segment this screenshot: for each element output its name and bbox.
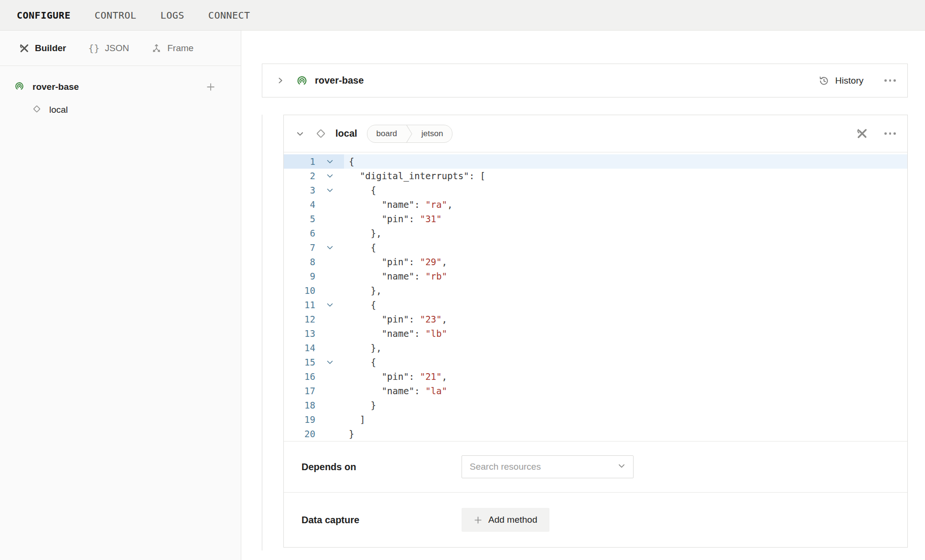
code-line-9[interactable]: 9 "name": "rb" <box>284 269 907 283</box>
fold-spacer <box>315 427 344 441</box>
code-line-17[interactable]: 17 "name": "la" <box>284 384 907 398</box>
data-capture-label: Data capture <box>301 515 462 526</box>
add-method-button[interactable]: Add method <box>462 508 549 532</box>
code-line-7[interactable]: 7 { <box>284 240 907 255</box>
code-text: { <box>344 183 907 197</box>
machine-card: rover-base History <box>262 64 908 97</box>
code-line-6[interactable]: 6 }, <box>284 226 907 240</box>
fold-toggle-icon[interactable] <box>315 240 344 255</box>
code-line-2[interactable]: 2 "digital_interrupts": [ <box>284 169 907 183</box>
fold-spacer <box>315 283 344 298</box>
line-number: 4 <box>284 197 315 212</box>
code-text: ] <box>344 412 907 427</box>
fold-spacer <box>315 269 344 283</box>
code-line-10[interactable]: 10 }, <box>284 283 907 298</box>
line-number: 12 <box>284 312 315 326</box>
resource-tree: rover-base local <box>0 66 241 118</box>
fold-spacer <box>315 398 344 412</box>
resource-group: local boardjetson 1{2 "digital_interrupt… <box>262 115 908 550</box>
code-line-20[interactable]: 20} <box>284 427 907 441</box>
code-line-16[interactable]: 16 "pin": "21", <box>284 369 907 384</box>
code-text: "pin": "29", <box>344 255 907 269</box>
code-text: "digital_interrupts": [ <box>344 169 907 183</box>
line-number: 1 <box>284 154 315 169</box>
json-attributes-editor[interactable]: 1{2 "digital_interrupts": [3 {4 "name": … <box>284 152 907 441</box>
line-number: 17 <box>284 384 315 398</box>
line-number: 20 <box>284 427 315 441</box>
fold-spacer <box>315 341 344 355</box>
code-line-3[interactable]: 3 { <box>284 183 907 197</box>
ellipsis-menu-icon[interactable] <box>883 77 897 84</box>
subnav-item-builder[interactable]: Builder <box>19 43 66 54</box>
history-icon <box>818 75 829 86</box>
code-text: "pin": "31" <box>344 212 907 226</box>
line-number: 8 <box>284 255 315 269</box>
subnav-item-json[interactable]: {}JSON <box>88 43 129 54</box>
fold-spacer <box>315 197 344 212</box>
sidebar-item-rover-base[interactable]: rover-base <box>0 78 241 96</box>
tools-icon <box>19 43 30 54</box>
top-nav-tab-connect[interactable]: CONNECT <box>208 10 250 21</box>
history-button[interactable]: History <box>818 75 863 86</box>
add-component-button[interactable] <box>205 82 216 92</box>
fold-toggle-icon[interactable] <box>315 183 344 197</box>
sidebar-item-local[interactable]: local <box>0 101 241 118</box>
chevron-right-icon[interactable] <box>277 77 284 84</box>
machine-card-title: rover-base <box>315 75 364 86</box>
code-text: "name": "ra", <box>344 197 907 212</box>
fold-spacer <box>315 384 344 398</box>
depends-on-section: Depends on Search resources <box>284 441 907 492</box>
code-line-19[interactable]: 19 ] <box>284 412 907 427</box>
diamond-icon <box>32 104 42 116</box>
resource-card-local: local boardjetson 1{2 "digital_interrupt… <box>283 115 908 548</box>
subnav-item-label: JSON <box>105 43 129 54</box>
tools-icon[interactable] <box>856 128 868 140</box>
code-line-8[interactable]: 8 "pin": "29", <box>284 255 907 269</box>
code-text: "name": "rb" <box>344 269 907 283</box>
fold-toggle-icon[interactable] <box>315 169 344 183</box>
line-number: 7 <box>284 240 315 255</box>
fold-spacer <box>315 226 344 240</box>
top-nav-tab-configure[interactable]: CONFIGURE <box>17 10 71 21</box>
machine-name: rover-base <box>32 82 205 92</box>
line-number: 13 <box>284 326 315 341</box>
code-line-1[interactable]: 1{ <box>284 154 907 169</box>
top-nav-tabs: CONFIGURECONTROLLOGSCONNECT <box>17 10 250 21</box>
code-line-15[interactable]: 15 { <box>284 355 907 369</box>
tag-board: board <box>367 129 406 139</box>
machine-part-icon <box>14 81 24 93</box>
code-text: "pin": "21", <box>344 369 907 384</box>
code-line-18[interactable]: 18 } <box>284 398 907 412</box>
top-nav-tab-control[interactable]: CONTROL <box>95 10 137 21</box>
code-line-12[interactable]: 12 "pin": "23", <box>284 312 907 326</box>
fold-spacer <box>315 412 344 427</box>
top-nav-tab-logs[interactable]: LOGS <box>161 10 184 21</box>
code-text: "pin": "23", <box>344 312 907 326</box>
line-number: 14 <box>284 341 315 355</box>
chevron-down-icon[interactable] <box>296 130 304 138</box>
line-number: 3 <box>284 183 315 197</box>
code-text: { <box>344 355 907 369</box>
code-text: } <box>344 427 907 441</box>
tag-jetson: jetson <box>412 129 452 139</box>
code-line-13[interactable]: 13 "name": "lb" <box>284 326 907 341</box>
fold-toggle-icon[interactable] <box>315 298 344 312</box>
ellipsis-menu-icon[interactable] <box>883 130 897 137</box>
line-number: 10 <box>284 283 315 298</box>
main-content: rover-base History <box>241 31 925 560</box>
code-text: }, <box>344 226 907 240</box>
sidebar: Builder{}JSONFrame rover-base <box>0 31 241 560</box>
fold-toggle-icon[interactable] <box>315 355 344 369</box>
fold-toggle-icon[interactable] <box>315 154 344 169</box>
subnav-item-frame[interactable]: Frame <box>151 43 194 54</box>
fold-spacer <box>315 212 344 226</box>
code-line-4[interactable]: 4 "name": "ra", <box>284 197 907 212</box>
code-text: }, <box>344 283 907 298</box>
depends-on-select[interactable]: Search resources <box>462 455 634 478</box>
code-line-5[interactable]: 5 "pin": "31" <box>284 212 907 226</box>
diamond-icon <box>314 127 327 140</box>
code-line-14[interactable]: 14 }, <box>284 341 907 355</box>
fold-spacer <box>315 255 344 269</box>
code-text: "name": "la" <box>344 384 907 398</box>
code-line-11[interactable]: 11 { <box>284 298 907 312</box>
